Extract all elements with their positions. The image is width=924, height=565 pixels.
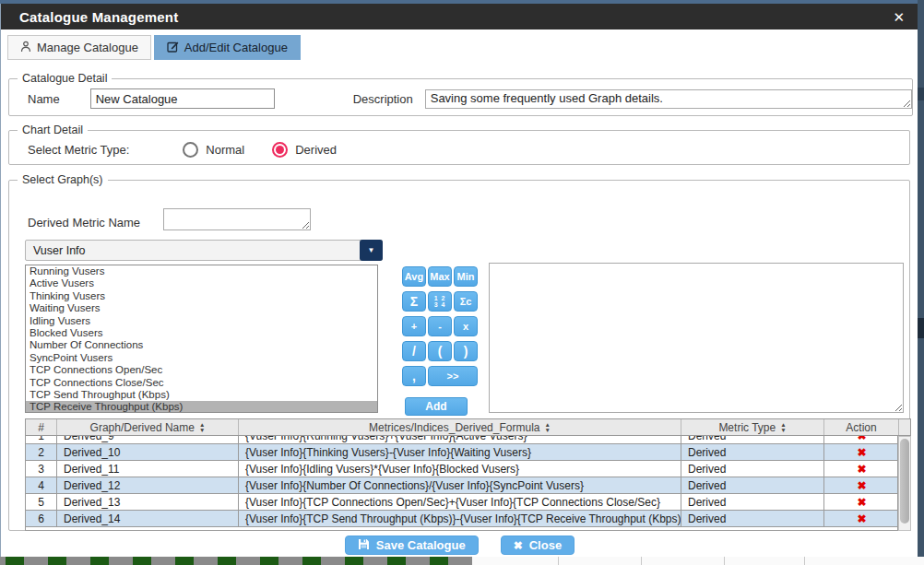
radio-normal[interactable] (183, 142, 198, 158)
delete-icon[interactable]: ✖ (857, 436, 866, 442)
list-item[interactable]: TCP Send Throughput (Kbps) (26, 389, 377, 401)
formula-textarea[interactable] (489, 263, 904, 413)
plus-button[interactable]: + (402, 316, 426, 336)
delete-icon[interactable]: ✖ (857, 479, 866, 492)
header-name[interactable]: Graph/Derived Name ▲▼ (57, 419, 239, 435)
divide-button[interactable]: / (402, 341, 426, 361)
shift-button[interactable]: >> (428, 366, 478, 386)
background-bottom-strip (0, 557, 924, 565)
formula-calculator: Avg Max Min Σ 1 2 3 4 Σc + - x / ( ) , > (402, 266, 491, 386)
delete-icon[interactable]: ✖ (857, 446, 866, 459)
sigma-c-button[interactable]: Σc (454, 291, 478, 312)
delete-icon[interactable]: ✖ (857, 512, 866, 525)
sort-icon[interactable]: ▲▼ (199, 422, 205, 432)
user-icon (20, 41, 31, 55)
comma-button[interactable]: , (402, 366, 426, 386)
scrollbar-thumb[interactable] (900, 439, 909, 524)
header-formula[interactable]: Metrices/Indices_Derived_Formula ▲▼ (239, 419, 681, 435)
list-item[interactable]: TCP Connections Open/Sec (26, 364, 377, 376)
min-button[interactable]: Min (454, 266, 478, 287)
description-textarea[interactable]: Saving some frequently used Graph detail… (425, 89, 912, 109)
table-scrollbar[interactable] (898, 436, 911, 531)
tab-manage-catalogue[interactable]: Manage Catalogue (7, 35, 151, 60)
tab-label: Add/Edit Catalogue (184, 41, 288, 54)
list-item[interactable]: SyncPoint Vusers (26, 352, 377, 364)
multiply-button[interactable]: x (454, 316, 478, 336)
dialog-footer: Save Catalogue ✖ Close (1, 536, 918, 555)
close-paren-button[interactable]: ) (454, 341, 478, 361)
tab-label: Manage Catalogue (37, 41, 138, 54)
select-graphs-legend: Select Graph(s) (18, 173, 108, 186)
catalogue-detail-legend: Catalogue Detail (18, 72, 112, 85)
tab-add-edit-catalogue[interactable]: Add/Edit Catalogue (154, 35, 301, 60)
radio-derived[interactable] (272, 142, 288, 158)
derived-metric-name-label: Derived Metric Name (28, 216, 140, 230)
minus-button[interactable]: - (428, 316, 452, 336)
header-action: Action (824, 419, 899, 435)
background-dashed-line (0, 557, 472, 565)
list-item[interactable]: Active Vusers (26, 277, 377, 289)
table-row[interactable]: 4 Derived_12 {Vuser Info}{Number Of Conn… (26, 477, 897, 494)
list-item[interactable]: Idling Vusers (26, 315, 377, 327)
sigma-button[interactable]: Σ (402, 291, 426, 312)
metrics-listbox[interactable]: Running Vusers Active Vusers Thinking Vu… (25, 265, 378, 413)
name-label: Name (28, 92, 60, 106)
delete-icon[interactable]: ✖ (857, 496, 866, 509)
close-x-icon: ✖ (514, 539, 523, 552)
list-item-selected[interactable]: TCP Receive Throughput (Kbps) (26, 401, 377, 413)
sort-icon[interactable]: ▲▼ (544, 422, 550, 432)
table-row[interactable]: 6 Derived_14 {Vuser Info}{TCP Send Throu… (26, 511, 897, 527)
header-type[interactable]: Metric Type ▲▼ (681, 419, 824, 435)
list-item[interactable]: TCP Connections Close/Sec (26, 377, 377, 389)
sort-icon[interactable]: ▲▼ (780, 422, 786, 432)
open-paren-button[interactable]: ( (428, 341, 452, 361)
description-label: Description (353, 92, 413, 106)
chart-detail-section: Chart Detail Select Metric Type: Normal … (8, 124, 910, 165)
derived-metric-name-textarea[interactable] (163, 208, 311, 230)
dialog-title: Catalogue Management (19, 9, 178, 25)
header-num: # (26, 419, 57, 435)
list-item[interactable]: Blocked Vusers (26, 327, 377, 339)
header-scroll-cap (899, 419, 912, 435)
catalogue-detail-section: Catalogue Detail Name Description Saving… (8, 72, 913, 116)
list-item[interactable]: Waiting Vusers (26, 302, 377, 314)
select-graphs-section: Select Graph(s) Derived Metric Name Vuse… (8, 173, 910, 531)
edit-icon (167, 41, 179, 55)
chart-detail-legend: Chart Detail (18, 124, 88, 136)
save-catalogue-button[interactable]: Save Catalogue (345, 536, 479, 555)
add-button[interactable]: Add (405, 397, 468, 416)
dialog-titlebar: Catalogue Management ✕ (1, 4, 918, 29)
derived-metrics-table: # Graph/Derived Name ▲▼ Metrices/Indices… (25, 418, 911, 531)
max-button[interactable]: Max (428, 266, 452, 287)
tab-bar: Manage Catalogue Add/Edit Catalogue (7, 35, 918, 60)
list-item[interactable]: Thinking Vusers (26, 290, 377, 302)
close-button[interactable]: ✖ Close (501, 536, 575, 555)
catalogue-management-dialog: Catalogue Management ✕ Manage Catalogue … (0, 4, 918, 557)
graph-category-dropdown[interactable]: Vuser Info ▼ (25, 240, 383, 261)
table-header-row: # Graph/Derived Name ▲▼ Metrices/Indices… (25, 418, 911, 436)
table-row[interactable]: 5 Derived_13 {Vuser Info}{TCP Connection… (26, 494, 897, 511)
list-item[interactable]: Running Vusers (26, 265, 377, 277)
delete-icon[interactable]: ✖ (857, 463, 866, 476)
save-icon (358, 538, 370, 553)
table-body: 1 Derived_9 {Vuser Info}{Running Vusers}… (25, 436, 898, 531)
close-icon[interactable]: ✕ (893, 10, 905, 24)
metric-type-label: Select Metric Type: (28, 143, 129, 157)
dropdown-selected-value: Vuser Info (26, 244, 86, 257)
numbers-button[interactable]: 1 2 3 4 (428, 291, 452, 312)
list-item[interactable]: Number Of Connections (26, 339, 377, 351)
table-row[interactable]: 3 Derived_11 {Vuser Info}{Idling Vusers}… (26, 461, 897, 477)
table-row[interactable]: 1 Derived_9 {Vuser Info}{Running Vusers}… (26, 436, 897, 444)
background-right-strip (918, 0, 924, 565)
radio-derived-label: Derived (295, 143, 337, 157)
radio-normal-label: Normal (206, 143, 244, 157)
table-row[interactable]: 2 Derived_10 {Vuser Info}{Thinking Vuser… (26, 444, 897, 461)
name-input[interactable] (90, 88, 275, 109)
avg-button[interactable]: Avg (402, 266, 426, 287)
chevron-down-icon[interactable]: ▼ (360, 240, 383, 261)
